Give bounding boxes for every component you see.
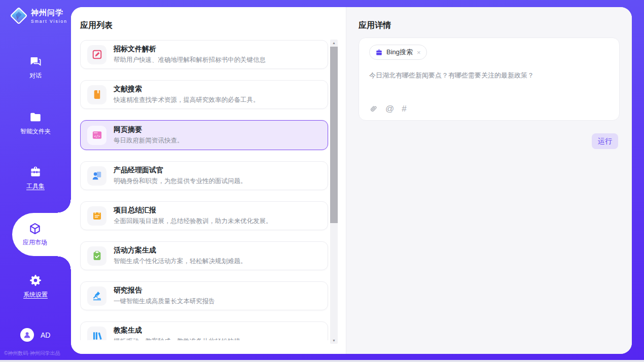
app-icon-tile: [87, 286, 106, 306]
app-detail-panel: 应用详情 Bing搜索 × 今日湖北有哪些新闻要点？有哪些需要关注的最新政策？ …: [346, 7, 632, 354]
run-button[interactable]: 运行: [592, 133, 618, 149]
app-list: 招标文件解析 帮助用户快速、准确地理解和解析招标书中的关键信息 文献搜索 快速精…: [80, 36, 330, 340]
app-name: 产品经理面试官: [114, 166, 247, 175]
app-list-item[interactable]: 文献搜索 快速精准查找学术资源，提高研究效率的必备工具。: [80, 80, 328, 109]
clipboard-check-icon: [92, 250, 102, 261]
hash-icon[interactable]: #: [402, 104, 406, 113]
tool-tag[interactable]: Bing搜索 ×: [369, 45, 427, 60]
app-icon-tile: </>: [87, 126, 106, 145]
sidebar-item-smart-folders[interactable]: 智能文件夹: [0, 111, 71, 136]
app-icon-tile: [87, 327, 106, 341]
query-text[interactable]: 今日湖北有哪些新闻要点？有哪些需要关注的最新政策？: [369, 70, 609, 81]
edit-document-icon: [92, 49, 102, 60]
svg-text:</>: </>: [94, 134, 100, 138]
app-icon-tile: [87, 45, 106, 64]
gear-icon: [29, 274, 42, 287]
tag-close-icon[interactable]: ×: [417, 49, 421, 56]
user-row[interactable]: AD: [20, 328, 50, 342]
app-name: 活动方案生成: [114, 246, 247, 255]
copyright-text: ©神州数码·神州问学出品: [4, 350, 60, 357]
research-report-icon: [92, 291, 102, 301]
scrollbar-up-arrow[interactable]: ▲: [330, 40, 338, 46]
folder-icon: [29, 111, 42, 124]
bottom-edge-strip: [0, 360, 644, 362]
app-desc: 快速精准查找学术资源，提高研究效率的必备工具。: [114, 96, 260, 104]
app-list-item[interactable]: 教案生成 模板驱动，教案秒成，教学准备从此轻松快捷: [80, 321, 328, 340]
sidebar-item-app-market[interactable]: 应用市场: [12, 213, 71, 256]
scrollbar-thumb[interactable]: [330, 47, 338, 223]
sidebar: 神州问学 Smart Vision 对话 智能文件夹 工具集 应用市场 系统设置…: [0, 0, 71, 362]
app-list-item[interactable]: 产品经理面试官 明确身份和职责，为您提供专业性的面试问题。: [80, 161, 328, 190]
app-desc: 模板驱动，教案秒成，教学准备从此轻松快捷: [114, 337, 240, 340]
app-list-scrollbar[interactable]: ▲ ▼: [330, 40, 338, 344]
main-content: 应用列表 招标文件解析 帮助用户快速、准确地理解和解析招标书中的关键信息 文献搜…: [71, 7, 632, 354]
webpage-code-icon: </>: [92, 130, 102, 140]
app-desc: 帮助用户快速、准确地理解和解析招标书中的关键信息: [114, 56, 266, 64]
run-row: 运行: [359, 133, 620, 149]
interviewer-icon: [92, 170, 102, 181]
app-name: 研究报告: [114, 286, 215, 295]
app-list-item[interactable]: 活动方案生成 智能生成个性化活动方案，轻松解决规划难题。: [80, 241, 328, 270]
calendar-note-icon: [92, 210, 102, 221]
app-detail-title: 应用详情: [359, 20, 620, 31]
app-list-item[interactable]: </> 网页摘要 每日政府新闻资讯快查。: [80, 120, 328, 150]
user-initials: AD: [41, 331, 50, 339]
app-list-item[interactable]: 招标文件解析 帮助用户快速、准确地理解和解析招标书中的关键信息: [80, 40, 328, 69]
books-icon: [92, 331, 102, 340]
app-list-panel: 应用列表 招标文件解析 帮助用户快速、准确地理解和解析招标书中的关键信息 文献搜…: [71, 7, 346, 354]
briefcase-icon: [375, 49, 383, 56]
app-list-item[interactable]: 项目总结汇报 全面回顾项目进展，总结经验教训，助力未来优化发展。: [80, 201, 328, 230]
app-name: 招标文件解析: [114, 45, 266, 54]
sidebar-item-toolkit[interactable]: 工具集: [0, 165, 71, 191]
sidebar-item-settings[interactable]: 系统设置: [0, 274, 71, 299]
app-list-item[interactable]: 研究报告 一键智能生成高质量长文本研究报告: [80, 281, 328, 310]
input-toolbar: @#: [369, 104, 609, 113]
app-desc: 全面回顾项目进展，总结经验教训，助力未来优化发展。: [114, 217, 272, 226]
cube-icon: [28, 222, 42, 235]
toolbox-icon: [29, 165, 42, 178]
scrollbar-down-arrow[interactable]: ▼: [330, 337, 338, 344]
tool-tag-label: Bing搜索: [386, 48, 413, 57]
app-name: 教案生成: [114, 326, 240, 335]
app-desc: 一键智能生成高质量长文本研究报告: [114, 297, 215, 306]
app-name: 项目总结汇报: [114, 206, 272, 215]
app-icon-tile: [87, 246, 106, 266]
app-list-title: 应用列表: [80, 20, 346, 31]
sidebar-nav: 对话 智能文件夹 工具集 应用市场 系统设置: [0, 0, 71, 362]
app-desc: 明确身份和职责，为您提供专业性的面试问题。: [114, 177, 247, 186]
app-name: 网页摘要: [114, 125, 184, 134]
app-icon-tile: [87, 85, 106, 104]
app-desc: 智能生成个性化活动方案，轻松解决规划难题。: [114, 257, 247, 266]
chat-icon: [29, 55, 42, 68]
app-icon-tile: [87, 206, 106, 226]
query-card[interactable]: Bing搜索 × 今日湖北有哪些新闻要点？有哪些需要关注的最新政策？ @#: [359, 38, 620, 121]
attachment-icon[interactable]: [369, 104, 378, 113]
sidebar-item-chat[interactable]: 对话: [0, 55, 71, 80]
book-icon: [92, 89, 102, 100]
app-icon-tile: [87, 166, 106, 186]
avatar[interactable]: [20, 328, 34, 342]
app-desc: 每日政府新闻资讯快查。: [114, 136, 184, 145]
mention-icon[interactable]: @: [385, 104, 394, 113]
app-name: 文献搜索: [114, 85, 260, 94]
